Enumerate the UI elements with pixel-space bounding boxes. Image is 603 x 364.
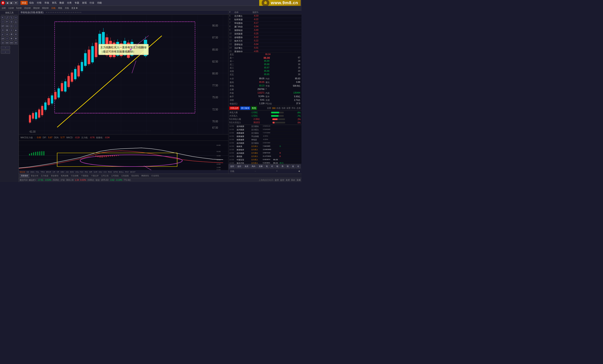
time-btn-60min[interactable]: 60分钟 [41, 7, 49, 10]
trade-row[interactable]: 14:59 康得新 主力买入 21.37/3031 B [228, 155, 302, 158]
status-fengxiang[interactable]: 风向 [291, 179, 295, 182]
tool-diag[interactable]: ↙ [1, 33, 5, 36]
trade-row[interactable]: 14:59 海马汽车 主力买入 5.20/3841 86.04 45 S [228, 162, 302, 164]
ind-psy[interactable]: PSY [125, 171, 129, 173]
stock-row[interactable]: 5 北方稀土 -6.33 [228, 14, 302, 18]
trade-row[interactable]: 14:58 格林美 主力买入 7.94/3365 S [228, 145, 302, 148]
tool-line2[interactable]: ╲ [10, 16, 14, 20]
nav-caopan[interactable]: 操盘 [21, 1, 28, 5]
tag-guanlian[interactable]: 关联品种 [229, 107, 239, 110]
rbtn-bi[interactable]: 笔 [265, 165, 269, 168]
scroll-left[interactable]: ◀ [297, 169, 301, 173]
status-jiankong[interactable]: 监控 [275, 179, 279, 182]
tool-line1[interactable]: ╱ [5, 16, 9, 20]
nav-faxian[interactable]: 发现 [81, 1, 88, 5]
tool-updown[interactable]: ↕ [14, 24, 18, 28]
tool-settings[interactable]: ⚙ [10, 33, 14, 36]
nav-menu[interactable]: ▼ [14, 1, 18, 4]
stock-row[interactable]: 9 洛阳钼业 -5.69 [228, 29, 302, 32]
tool-grid[interactable]: ⊞ [5, 28, 9, 32]
display-shezhi[interactable]: 设置 [286, 107, 291, 110]
rbtn-lian[interactable]: 联 [285, 165, 290, 168]
status-jiankong2[interactable]: 监控 [280, 179, 284, 182]
ind-asi[interactable]: ASI [66, 171, 69, 173]
ind-brar[interactable]: BRAR [46, 171, 51, 173]
tool-text[interactable]: A [5, 33, 9, 36]
ind-roc[interactable]: ROC [108, 171, 112, 173]
trade-row[interactable]: 14:56 远兴能源 主力买入 3.52/6305 [228, 128, 302, 132]
time-btn-daily[interactable]: 日线 [50, 7, 56, 10]
tool-triangle[interactable]: △ [14, 20, 18, 24]
nav-zonghe[interactable]: 综合 [28, 1, 35, 5]
nav-shichang[interactable]: 市场 [43, 1, 50, 5]
tool-extra4[interactable]: ⊕ [14, 37, 18, 40]
trade-row[interactable]: 14:59 远兴能源 主力卖出 3.50/7219 B [228, 152, 302, 155]
stock-row[interactable]: 7 常铝股份 -6.17 [228, 22, 302, 25]
time-btn-1min[interactable]: 1分钟 [8, 7, 15, 10]
trade-row[interactable]: 14:59 中国宝安 主力买入 9.45/3974 86.05 [228, 158, 302, 162]
ind-trix[interactable]: TRIX [41, 171, 45, 173]
trade-row[interactable]: 14:56 德展健康 主力卖出 7.47/3300 [228, 132, 302, 135]
tab-item-2[interactable]: 主力轨迹 [40, 174, 49, 178]
tool-nn[interactable]: nn [14, 41, 18, 44]
tool-mm[interactable]: mm [10, 41, 14, 44]
rbtn-dui[interactable]: 对 [270, 165, 275, 168]
ind-sar[interactable]: SAR [93, 171, 98, 173]
tag-zhejiang[interactable]: 浙江板块 [240, 107, 250, 110]
tool-ray[interactable]: ⊢ [5, 20, 9, 24]
nav-gongneng[interactable]: 功能 [96, 1, 103, 5]
tool-arrow[interactable]: ↔ [1, 20, 5, 24]
display-fuchu[interactable]: 浮出 [291, 107, 296, 110]
stock-row[interactable]: 10 深圳新星 -5.25 [228, 32, 302, 36]
tab-item-3[interactable]: 资金驱动 [50, 174, 59, 178]
nav-hangye[interactable]: 行业 [88, 1, 95, 5]
trade-row[interactable]: 14:56 远兴能源 主力卖出 3.50/4380 [228, 142, 302, 145]
time-btn-weekly[interactable]: 周线 [57, 7, 63, 10]
time-btn-15min[interactable]: 15分钟 [23, 7, 31, 10]
ind-fsl[interactable]: FSL [36, 171, 39, 173]
ind-imi[interactable]: IMI [27, 171, 29, 173]
ind-cr[interactable]: CR [53, 171, 55, 173]
nav-zhuanti[interactable]: 专题 [73, 1, 81, 5]
status-zhibo[interactable]: 直播 [296, 179, 301, 182]
ind-mtm[interactable]: MTM [114, 171, 118, 173]
display-zixuan[interactable]: 自选 [276, 107, 280, 110]
rbtn-zhibo[interactable]: 直播 [257, 165, 264, 168]
tool-ga[interactable]: GA [5, 24, 9, 28]
tab-item-7[interactable]: 个股点评 [90, 174, 100, 178]
time-btn-monthly[interactable]: 月线 [64, 7, 70, 10]
tab-item-0[interactable]: 关联报价 [20, 174, 29, 178]
display-dangqian[interactable]: 当前 [281, 107, 286, 110]
nav-forward[interactable]: ▶ [10, 1, 13, 4]
ind-emv[interactable]: EMV [70, 171, 74, 173]
time-btn-30min[interactable]: 30分钟 [32, 7, 40, 10]
bottom-nav-f10[interactable]: 图文F10 [20, 179, 27, 182]
tag-youse[interactable]: 有色 [251, 107, 257, 110]
ind-obv[interactable]: OBV [60, 171, 65, 173]
tool-ww[interactable]: ww [5, 41, 9, 44]
stock-row[interactable]: 8 厦门钨业 -5.94 [228, 25, 302, 29]
zoom-plus[interactable]: + [275, 169, 279, 173]
nav-shuju[interactable]: 数据 [58, 1, 65, 5]
tab-item-1[interactable]: 资金分布 [30, 174, 39, 178]
rbtn-shi[interactable]: 势 [280, 165, 285, 168]
tool-circle[interactable]: ⊙ [10, 20, 14, 24]
ind-vr[interactable]: VR [57, 171, 59, 173]
tool-cursor[interactable]: ↖ [1, 16, 5, 20]
stock-row[interactable]: 11 金钼股份 -5.22 [228, 36, 302, 39]
ind-kdj[interactable]: KDJ [99, 171, 102, 173]
ind-macd[interactable]: MACD [20, 171, 25, 173]
time-btn-more[interactable]: 更多 ▶ [70, 7, 79, 10]
tab-item-4[interactable]: 机构攻略 [60, 174, 70, 178]
tab-item-12[interactable]: 网摘资讯 [140, 174, 150, 178]
ind-boll[interactable]: BOLL [119, 171, 124, 173]
ind-mcst[interactable]: MCST [130, 171, 136, 173]
trade-row[interactable]: 14:56 德展健康 平台快线 -8.55% [228, 135, 302, 138]
stock-row[interactable]: 13 贵研钴业 -5.04 [228, 43, 302, 46]
tab-item-6[interactable]: 个股掘金 [80, 174, 90, 178]
tool-up-arrow[interactable]: ▲ [14, 28, 18, 32]
ind-dma[interactable]: DMA [30, 171, 35, 173]
ind-rsi[interactable]: RSI [85, 171, 88, 173]
tool-buy-signal[interactable]: ↑ [1, 46, 10, 50]
zoom-minus[interactable]: - [254, 169, 257, 173]
